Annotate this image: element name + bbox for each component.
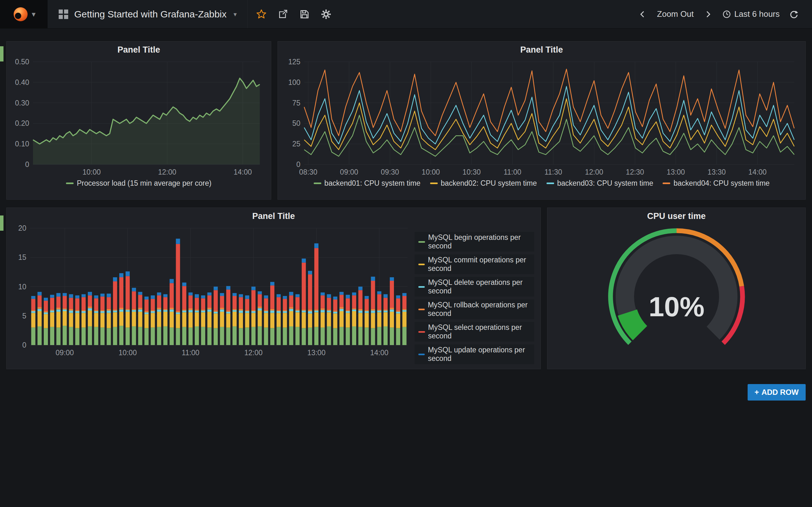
dashboard-title: Getting Started with Grafana-Zabbix bbox=[74, 9, 226, 20]
svg-text:09:00: 09:00 bbox=[55, 349, 74, 357]
legend-item[interactable]: MySQL select operations per second bbox=[415, 322, 534, 342]
legend-item[interactable]: backend03: CPU system time bbox=[547, 179, 653, 187]
svg-text:12:30: 12:30 bbox=[626, 168, 644, 176]
grafana-logo-icon bbox=[12, 6, 29, 23]
svg-text:11:00: 11:00 bbox=[182, 349, 200, 357]
row-toggle[interactable] bbox=[0, 216, 3, 231]
line-chart[interactable]: 00.100.200.300.400.5010:0012:0014:00 bbox=[13, 57, 265, 178]
svg-text:0.20: 0.20 bbox=[15, 119, 29, 127]
svg-text:0: 0 bbox=[22, 341, 26, 349]
chart-legend: backend01: CPU system timebackend02: CPU… bbox=[278, 179, 805, 187]
svg-text:10: 10 bbox=[18, 283, 26, 291]
star-button[interactable] bbox=[252, 5, 270, 23]
time-range-picker[interactable]: Last 6 hours bbox=[719, 7, 783, 21]
dashboard-grid-icon bbox=[58, 9, 68, 19]
stacked-bar-chart[interactable]: 0510152009:0010:0011:0012:0013:0014:00 bbox=[10, 224, 413, 358]
dashboard-row: Panel Title 0510152009:0010:0011:0012:00… bbox=[6, 208, 806, 369]
svg-text:75: 75 bbox=[292, 99, 300, 107]
chevron-left-icon bbox=[639, 10, 647, 18]
panel-title[interactable]: Panel Title bbox=[278, 42, 805, 57]
row-toggle[interactable] bbox=[0, 46, 3, 61]
zoom-out-button[interactable]: Zoom Out bbox=[654, 7, 697, 21]
chevron-right-icon bbox=[704, 10, 712, 18]
svg-text:10%: 10% bbox=[648, 291, 704, 322]
legend-label: MySQL select operations per second bbox=[428, 323, 530, 340]
time-shift-back-button[interactable] bbox=[633, 5, 652, 23]
legend-label: MySQL rollback operations per second bbox=[428, 301, 530, 318]
gear-icon bbox=[321, 9, 332, 20]
svg-text:09:00: 09:00 bbox=[340, 168, 358, 176]
legend-label: backend01: CPU system time bbox=[324, 179, 420, 187]
panel-mysql-operations: Panel Title 0510152009:0010:0011:0012:00… bbox=[6, 208, 541, 369]
save-icon bbox=[299, 9, 310, 19]
legend-label: MySQL delete operations per second bbox=[428, 278, 530, 295]
settings-button[interactable] bbox=[317, 5, 335, 23]
svg-text:09:30: 09:30 bbox=[381, 168, 399, 176]
dashboard-title-dropdown[interactable]: Getting Started with Grafana-Zabbix ▾ bbox=[48, 0, 248, 28]
share-button[interactable] bbox=[274, 5, 292, 23]
dashboard: Panel Title 00.100.200.300.400.5010:0012… bbox=[0, 29, 812, 400]
legend-label: MySQL commit operations per second bbox=[428, 256, 530, 273]
legend-swatch bbox=[418, 264, 425, 265]
legend-item[interactable]: backend02: CPU system time bbox=[430, 179, 537, 187]
legend-item[interactable]: Processor load (15 min average per core) bbox=[66, 179, 211, 187]
svg-text:0.40: 0.40 bbox=[15, 78, 29, 87]
chart-legend: Processor load (15 min average per core) bbox=[7, 179, 271, 187]
legend-swatch bbox=[418, 354, 425, 355]
legend-swatch bbox=[418, 308, 425, 310]
svg-text:12:00: 12:00 bbox=[585, 168, 603, 176]
chart-legend: MySQL begin operations per secondMySQL c… bbox=[413, 224, 541, 364]
time-controls: Zoom Out Last 6 hours bbox=[633, 0, 812, 28]
caret-down-icon: ▾ bbox=[32, 10, 36, 19]
panel-cpu-system-time: Panel Title 025507510012508:3009:0009:30… bbox=[277, 41, 806, 200]
panel-title[interactable]: Panel Title bbox=[7, 42, 271, 57]
gauge-chart: 10% bbox=[565, 224, 788, 360]
time-shift-forward-button[interactable] bbox=[699, 5, 717, 23]
svg-text:25: 25 bbox=[292, 140, 300, 148]
svg-text:10:30: 10:30 bbox=[462, 168, 481, 176]
plus-icon: + bbox=[755, 388, 759, 397]
legend-item[interactable]: backend04: CPU system time bbox=[663, 179, 769, 187]
legend-item[interactable]: MySQL update operations per second bbox=[415, 344, 534, 364]
legend-swatch bbox=[418, 241, 425, 243]
svg-text:125: 125 bbox=[288, 58, 300, 66]
sidemenu-toggle[interactable]: ▾ bbox=[0, 0, 48, 28]
legend-item[interactable]: backend01: CPU system time bbox=[314, 179, 420, 187]
legend-label: backend04: CPU system time bbox=[673, 179, 769, 187]
svg-text:13:30: 13:30 bbox=[708, 168, 726, 176]
legend-label: MySQL begin operations per second bbox=[428, 233, 530, 250]
svg-text:12:00: 12:00 bbox=[158, 168, 176, 176]
panel-title[interactable]: CPU user time bbox=[548, 208, 805, 224]
legend-label: backend02: CPU system time bbox=[441, 179, 537, 187]
svg-text:14:00: 14:00 bbox=[370, 349, 389, 357]
legend-label: backend03: CPU system time bbox=[557, 179, 653, 187]
svg-text:0: 0 bbox=[25, 160, 29, 169]
legend-swatch bbox=[418, 286, 425, 288]
svg-text:08:30: 08:30 bbox=[299, 168, 317, 176]
panel-title[interactable]: Panel Title bbox=[7, 208, 541, 224]
legend-item[interactable]: MySQL begin operations per second bbox=[415, 232, 534, 251]
caret-down-icon: ▾ bbox=[234, 10, 237, 18]
svg-text:10:00: 10:00 bbox=[421, 168, 440, 176]
legend-swatch bbox=[314, 182, 321, 184]
svg-text:11:00: 11:00 bbox=[504, 168, 521, 176]
refresh-button[interactable] bbox=[785, 5, 803, 23]
legend-swatch bbox=[66, 182, 73, 184]
svg-text:0.50: 0.50 bbox=[15, 58, 29, 66]
legend-item[interactable]: MySQL delete operations per second bbox=[415, 277, 534, 297]
line-chart[interactable]: 025507510012508:3009:0009:3010:0010:3011… bbox=[284, 57, 799, 178]
save-button[interactable] bbox=[295, 5, 314, 23]
legend-item[interactable]: MySQL rollback operations per second bbox=[415, 299, 534, 319]
svg-text:15: 15 bbox=[18, 253, 26, 262]
share-icon bbox=[278, 9, 288, 19]
svg-text:10:00: 10:00 bbox=[119, 349, 137, 357]
add-row-label: ADD ROW bbox=[762, 388, 799, 397]
svg-text:14:00: 14:00 bbox=[748, 168, 767, 176]
svg-text:14:00: 14:00 bbox=[234, 168, 252, 176]
zoom-out-label: Zoom Out bbox=[657, 9, 694, 19]
svg-text:0.30: 0.30 bbox=[15, 99, 29, 107]
legend-item[interactable]: MySQL commit operations per second bbox=[415, 255, 534, 274]
add-row-button[interactable]: + ADD ROW bbox=[748, 384, 806, 400]
dashboard-row: Panel Title 00.100.200.300.400.5010:0012… bbox=[6, 41, 806, 200]
svg-text:12:00: 12:00 bbox=[244, 349, 263, 357]
